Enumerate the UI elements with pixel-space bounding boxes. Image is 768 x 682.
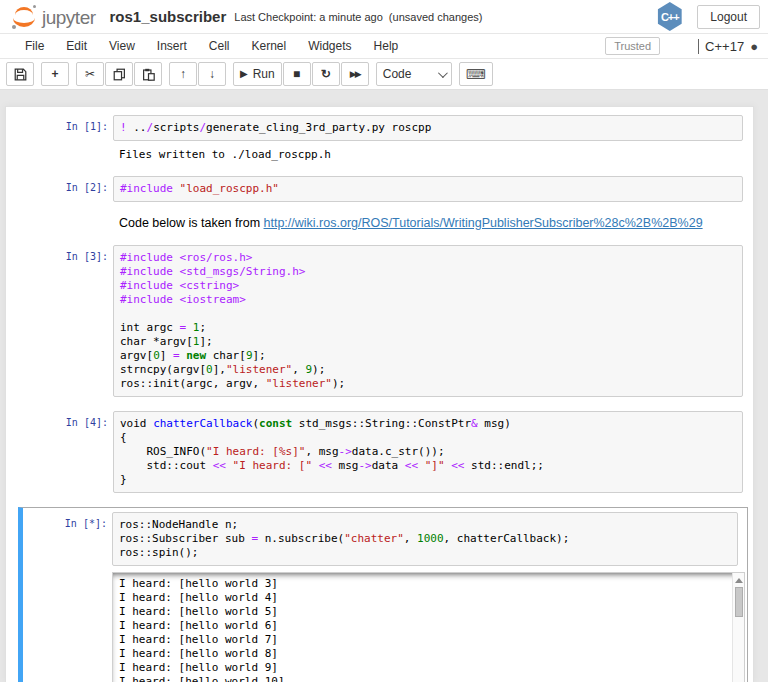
kernel-separator — [698, 39, 699, 54]
notebook-page: In [1]:! ../scripts/generate_cling_3rd_p… — [0, 90, 768, 682]
menu-edit[interactable]: Edit — [55, 35, 98, 57]
menu-help[interactable]: Help — [363, 35, 410, 57]
output-text: Files written to ./load_roscpp.h — [119, 148, 743, 162]
run-label: Run — [253, 67, 275, 81]
restart-kernel-button[interactable]: ↻ — [312, 62, 340, 86]
notebook-cells: In [1]:! ../scripts/generate_cling_3rd_p… — [6, 115, 753, 682]
scissors-icon: ✂ — [85, 68, 95, 80]
menu-view[interactable]: View — [98, 35, 146, 57]
code-editor[interactable]: #include "load_roscpp.h" — [113, 176, 743, 202]
input-prompt: In [4]: — [6, 411, 113, 493]
input-prompt: In [2]: — [6, 176, 113, 202]
toolbar: + ✂ ↑ ↓ ▶ Run ■ ↻ ▶▶ Code — [0, 59, 768, 90]
chevron-down-icon — [438, 68, 448, 78]
input-area: In [4]:void chatterCallback(const std_ms… — [6, 411, 753, 493]
arrow-up-icon: ↑ — [180, 68, 186, 80]
scrolled-output[interactable]: I heard: [hello world 3] I heard: [hello… — [112, 572, 745, 682]
output-text: I heard: [hello world 3] I heard: [hello… — [113, 573, 744, 682]
interrupt-kernel-button[interactable]: ■ — [283, 62, 311, 86]
scrollbar-thumb[interactable] — [735, 587, 743, 617]
cut-cell-button[interactable]: ✂ — [76, 62, 104, 86]
input-area: In [3]:#include <ros/ros.h> #include <st… — [6, 245, 753, 397]
notebook-title[interactable]: ros1_subscriber — [110, 8, 227, 25]
code-editor[interactable]: #include <ros/ros.h> #include <std_msgs/… — [113, 245, 743, 397]
code-editor[interactable]: void chatterCallback(const std_msgs::Str… — [113, 411, 743, 493]
menu-insert[interactable]: Insert — [146, 35, 198, 57]
markdown-row: Code below is taken from http://wiki.ros… — [6, 216, 753, 231]
play-icon: ▶ — [240, 69, 248, 79]
input-prompt: In [*]: — [23, 512, 112, 566]
kernel-busy-indicator-icon: ● — [750, 40, 758, 53]
input-area: In [*]:ros::NodeHandle n; ros::Subscribe… — [23, 512, 747, 566]
code-cell: In [2]:#include "load_roscpp.h" — [6, 176, 753, 202]
copy-cell-button[interactable] — [105, 62, 133, 86]
command-palette-button[interactable]: ⌨ — [459, 62, 493, 86]
stop-icon: ■ — [293, 68, 300, 80]
output-area: I heard: [hello world 3] I heard: [hello… — [23, 572, 747, 682]
cell-type-value: Code — [383, 67, 412, 81]
scrollbar-up-arrow-icon[interactable] — [735, 578, 743, 583]
copy-icon — [113, 68, 126, 81]
code-cell-selected: In [*]:ros::NodeHandle n; ros::Subscribe… — [18, 507, 748, 682]
logout-button[interactable]: Logout — [697, 5, 760, 29]
kernel-name-label: C++17 — [705, 39, 744, 54]
output-prompt-spacer — [23, 572, 112, 682]
menu-bar: File Edit View Insert Cell Kernel Widget… — [0, 33, 768, 59]
output-area: Files written to ./load_roscpp.h — [6, 148, 753, 162]
save-icon — [14, 68, 27, 81]
paste-cell-button[interactable] — [134, 62, 162, 86]
input-area: In [1]:! ../scripts/generate_cling_3rd_p… — [6, 115, 753, 141]
cell-type-select[interactable]: Code — [376, 62, 452, 86]
code-text: void chatterCallback(const std_msgs::Str… — [120, 417, 738, 487]
output-scrollbar[interactable] — [732, 573, 744, 682]
markdown-prompt-spacer — [6, 216, 113, 231]
arrow-down-icon: ↓ — [209, 68, 215, 80]
run-button[interactable]: ▶ Run — [233, 62, 282, 86]
markdown-cell[interactable]: Code below is taken from http://wiki.ros… — [6, 216, 753, 231]
move-cell-down-button[interactable]: ↓ — [198, 62, 226, 86]
input-area: In [2]:#include "load_roscpp.h" — [6, 176, 753, 202]
code-text: ros::NodeHandle n; ros::Subscriber sub =… — [119, 518, 733, 560]
output-body: Files written to ./load_roscpp.h — [113, 148, 743, 162]
keyboard-icon: ⌨ — [466, 67, 486, 81]
plus-icon: + — [51, 68, 58, 80]
output-prompt-spacer — [6, 148, 113, 162]
code-cell: In [1]:! ../scripts/generate_cling_3rd_p… — [6, 115, 753, 162]
code-text: #include <ros/ros.h> #include <std_msgs/… — [120, 251, 738, 391]
paste-icon — [142, 68, 155, 81]
menu-cell[interactable]: Cell — [198, 35, 241, 57]
jupyter-logo-icon — [12, 4, 38, 30]
add-cell-button[interactable]: + — [41, 62, 69, 86]
notebook-header: jupyter ros1_subscriber Last Checkpoint:… — [0, 0, 768, 33]
markdown-body: Code below is taken from http://wiki.ros… — [113, 216, 743, 231]
code-text: ! ../scripts/generate_cling_3rd_party.py… — [120, 121, 738, 135]
trusted-badge[interactable]: Trusted — [605, 37, 660, 55]
checkpoint-status: Last Checkpoint: a minute ago(unsaved ch… — [234, 11, 482, 23]
fast-forward-icon: ▶▶ — [350, 69, 360, 79]
markdown-link[interactable]: http://wiki.ros.org/ROS/Tutorials/Writin… — [264, 216, 703, 230]
restart-icon: ↻ — [321, 68, 331, 80]
jupyter-logo[interactable]: jupyter — [12, 4, 96, 30]
unsaved-changes-label: (unsaved changes) — [389, 11, 483, 23]
menu-widgets[interactable]: Widgets — [297, 35, 362, 57]
code-cell: In [3]:#include <ros/ros.h> #include <st… — [6, 245, 753, 397]
code-text: #include "load_roscpp.h" — [120, 182, 738, 196]
restart-run-all-button[interactable]: ▶▶ — [341, 62, 369, 86]
input-prompt: In [1]: — [6, 115, 113, 141]
cpp-kernel-logo-icon: C++ — [656, 2, 683, 31]
menu-kernel[interactable]: Kernel — [241, 35, 298, 57]
jupyter-logo-text: jupyter — [42, 6, 96, 30]
move-cell-up-button[interactable]: ↑ — [169, 62, 197, 86]
menu-file[interactable]: File — [14, 35, 55, 57]
code-cell: In [4]:void chatterCallback(const std_ms… — [6, 411, 753, 493]
code-editor[interactable]: ros::NodeHandle n; ros::Subscriber sub =… — [112, 512, 738, 566]
code-editor[interactable]: ! ../scripts/generate_cling_3rd_party.py… — [113, 115, 743, 141]
notebook-container: In [1]:! ../scripts/generate_cling_3rd_p… — [5, 106, 754, 682]
input-prompt: In [3]: — [6, 245, 113, 397]
save-button[interactable] — [6, 62, 34, 86]
